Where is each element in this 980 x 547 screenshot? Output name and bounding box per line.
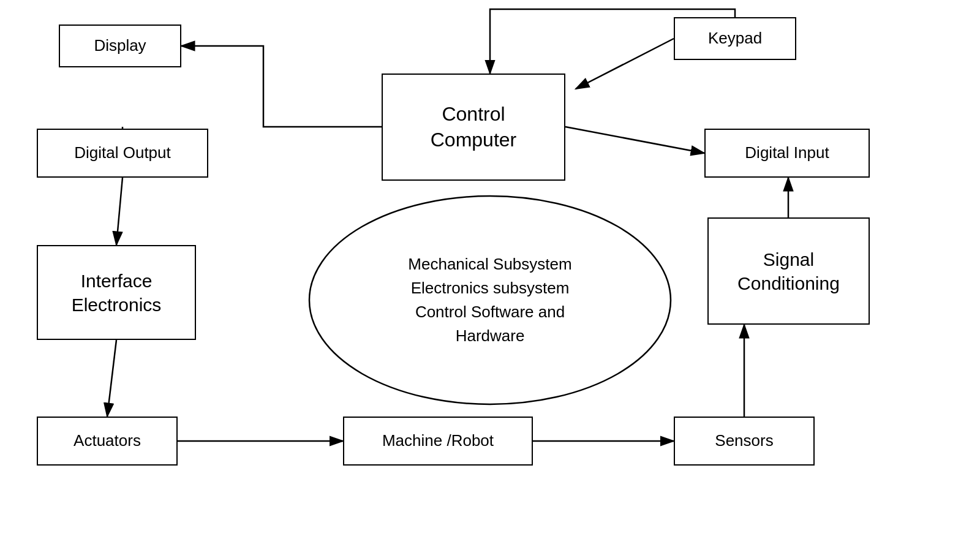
svg-line-1 bbox=[576, 39, 674, 89]
interface-electronics-box: InterfaceElectronics bbox=[37, 245, 196, 340]
display-box: Display bbox=[59, 25, 181, 67]
keypad-box: Keypad bbox=[674, 17, 796, 60]
actuators-box: Actuators bbox=[37, 417, 178, 466]
svg-line-6 bbox=[107, 340, 116, 417]
digital-input-box: Digital Input bbox=[704, 129, 870, 178]
signal-conditioning-box: SignalConditioning bbox=[707, 217, 870, 325]
svg-line-4 bbox=[116, 178, 123, 245]
control-computer-box: ControlComputer bbox=[382, 74, 565, 181]
diagram-container: Display Keypad ControlComputer Digital O… bbox=[0, 0, 980, 547]
svg-line-3 bbox=[565, 127, 704, 153]
sensors-box: Sensors bbox=[674, 417, 815, 466]
machine-robot-box: Machine /Robot bbox=[343, 417, 533, 466]
digital-output-box: Digital Output bbox=[37, 129, 208, 178]
mechanical-subsystem-ellipse: Mechanical SubsystemElectronics subsyste… bbox=[306, 193, 674, 407]
